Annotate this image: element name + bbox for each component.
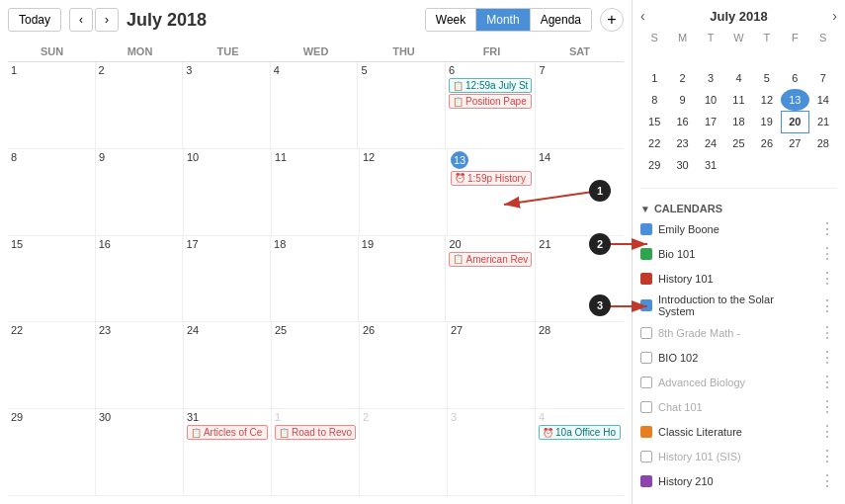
mini-day-1-5[interactable]: 6 (781, 67, 808, 89)
day-cell-2-4[interactable]: 19 (359, 236, 447, 322)
mini-day-2-4[interactable]: 12 (753, 89, 781, 111)
mini-day-5-2[interactable]: 31 (697, 154, 724, 176)
mini-day-3-1[interactable]: 16 (668, 111, 696, 132)
mini-day-3-0[interactable]: 15 (640, 111, 668, 132)
day-cell-0-5[interactable]: 6📋12:59a July St📋Position Pape (446, 62, 536, 148)
calendar-more-button[interactable]: ⋮ (817, 219, 837, 238)
mini-day-5-1[interactable]: 30 (668, 154, 696, 176)
mini-day-3-3[interactable]: 18 (724, 111, 752, 132)
calendar-more-button[interactable]: ⋮ (817, 373, 837, 391)
add-event-button[interactable]: + (600, 8, 624, 32)
day-cell-0-6[interactable]: 7 (536, 62, 624, 148)
calendar-item-7[interactable]: Chat 101⋮ (640, 394, 837, 419)
event-4-3-0[interactable]: 📋Road to Revo (275, 425, 356, 440)
day-cell-3-6[interactable]: 28 (536, 322, 624, 408)
mini-day-2-1[interactable]: 9 (668, 89, 696, 111)
day-cell-2-0[interactable]: 15 (8, 236, 96, 322)
mini-day-1-4[interactable]: 5 (753, 67, 781, 89)
mini-day-1-0[interactable]: 1 (640, 67, 668, 89)
calendar-more-button[interactable]: ⋮ (817, 269, 837, 288)
day-cell-3-4[interactable]: 26 (360, 322, 448, 408)
calendar-more-button[interactable]: ⋮ (817, 471, 837, 490)
calendar-item-5[interactable]: BIO 102⋮ (640, 345, 837, 370)
mini-day-3-5[interactable]: 20 (781, 111, 808, 132)
mini-day-2-6[interactable]: 14 (809, 89, 837, 111)
event-2-5-0[interactable]: 📋American Rev (449, 252, 532, 267)
event-0-5-0[interactable]: 📋12:59a July St (449, 78, 532, 93)
event-4-6-0[interactable]: ⏰10a Office Ho (539, 425, 621, 440)
day-cell-3-0[interactable]: 22 (8, 322, 96, 408)
mini-day-3-2[interactable]: 17 (697, 111, 724, 132)
mini-day-3-4[interactable]: 19 (753, 111, 781, 132)
calendar-checkbox[interactable] (640, 377, 652, 388)
event-0-5-1[interactable]: 📋Position Pape (449, 94, 532, 109)
calendar-more-button[interactable]: ⋮ (817, 422, 837, 441)
mini-day-4-5[interactable]: 27 (781, 132, 808, 154)
day-cell-4-4[interactable]: 2 (360, 409, 448, 495)
calendar-item-9[interactable]: History 101 (SIS)⋮ (640, 444, 837, 468)
day-cell-4-2[interactable]: 31📋Articles of Ce (184, 409, 272, 495)
day-cell-2-3[interactable]: 18 (271, 236, 359, 322)
day-cell-2-6[interactable]: 21 (536, 236, 624, 322)
day-cell-4-1[interactable]: 30 (96, 409, 184, 495)
day-cell-3-1[interactable]: 23 (96, 322, 184, 408)
day-cell-3-5[interactable]: 27 (448, 322, 536, 408)
calendar-more-button[interactable]: ⋮ (817, 296, 837, 315)
calendar-item-10[interactable]: History 210⋮ (640, 468, 837, 493)
day-cell-4-6[interactable]: 4⏰10a Office Ho (536, 409, 624, 495)
mini-day-1-1[interactable]: 2 (668, 67, 696, 89)
day-cell-1-1[interactable]: 9 (96, 149, 184, 235)
mini-next-button[interactable]: › (832, 8, 837, 24)
day-cell-0-2[interactable]: 3 (183, 62, 271, 148)
calendars-section-header[interactable]: ▼ CALENDARS (640, 201, 837, 216)
mini-day-4-0[interactable]: 22 (640, 132, 668, 154)
mini-day-4-4[interactable]: 26 (753, 132, 781, 154)
day-cell-4-3[interactable]: 1📋Road to Revo (272, 409, 360, 495)
today-button[interactable]: Today (8, 8, 61, 32)
mini-day-4-3[interactable]: 25 (724, 132, 752, 154)
mini-day-2-0[interactable]: 8 (640, 89, 668, 111)
mini-day-4-1[interactable]: 23 (668, 132, 696, 154)
day-cell-1-6[interactable]: 14 (536, 149, 624, 235)
event-1-5-0[interactable]: ⏰1:59p History (451, 171, 532, 186)
day-cell-1-3[interactable]: 11 (272, 149, 360, 235)
day-cell-2-1[interactable]: 16 (96, 236, 184, 322)
mini-day-4-2[interactable]: 24 (697, 132, 724, 154)
week-view-button[interactable]: Week (426, 9, 476, 31)
day-cell-3-2[interactable]: 24 (184, 322, 272, 408)
calendar-checkbox[interactable] (640, 327, 652, 339)
day-cell-1-0[interactable]: 8 (8, 149, 96, 235)
agenda-view-button[interactable]: Agenda (531, 9, 591, 31)
calendar-checkbox[interactable] (640, 352, 652, 364)
day-cell-4-0[interactable]: 29 (8, 409, 96, 495)
calendar-checkbox[interactable] (640, 401, 652, 413)
calendar-item-2[interactable]: History 101⋮ (640, 266, 837, 291)
event-4-2-0[interactable]: 📋Articles of Ce (187, 425, 268, 440)
day-cell-2-2[interactable]: 17 (183, 236, 271, 322)
calendar-item-0[interactable]: Emily Boone⋮ (640, 216, 837, 241)
day-cell-0-3[interactable]: 4 (271, 62, 359, 148)
calendar-more-button[interactable]: ⋮ (817, 397, 837, 416)
mini-day-3-6[interactable]: 21 (809, 111, 837, 132)
mini-prev-button[interactable]: ‹ (640, 8, 645, 24)
mini-day-2-3[interactable]: 11 (724, 89, 752, 111)
mini-day-2-2[interactable]: 10 (697, 89, 724, 111)
calendar-more-button[interactable]: ⋮ (817, 323, 837, 342)
day-cell-3-3[interactable]: 25 (272, 322, 360, 408)
mini-day-4-6[interactable]: 28 (809, 132, 837, 154)
day-cell-0-1[interactable]: 2 (96, 62, 184, 148)
prev-button[interactable]: ‹ (69, 8, 93, 32)
month-view-button[interactable]: Month (476, 9, 530, 31)
day-cell-1-2[interactable]: 10 (184, 149, 272, 235)
day-cell-1-5[interactable]: 13⏰1:59p History (448, 149, 536, 235)
mini-day-5-0[interactable]: 29 (640, 154, 668, 176)
calendar-more-button[interactable]: ⋮ (817, 244, 837, 263)
calendar-checkbox[interactable] (640, 451, 652, 462)
mini-day-1-6[interactable]: 7 (809, 67, 837, 89)
day-cell-4-5[interactable]: 3 (448, 409, 536, 495)
day-cell-1-4[interactable]: 12 (360, 149, 448, 235)
day-cell-0-0[interactable]: 1 (8, 62, 96, 148)
mini-day-2-5[interactable]: 13 (781, 89, 808, 111)
day-cell-2-5[interactable]: 20📋American Rev (446, 236, 536, 322)
calendar-more-button[interactable]: ⋮ (817, 447, 837, 465)
